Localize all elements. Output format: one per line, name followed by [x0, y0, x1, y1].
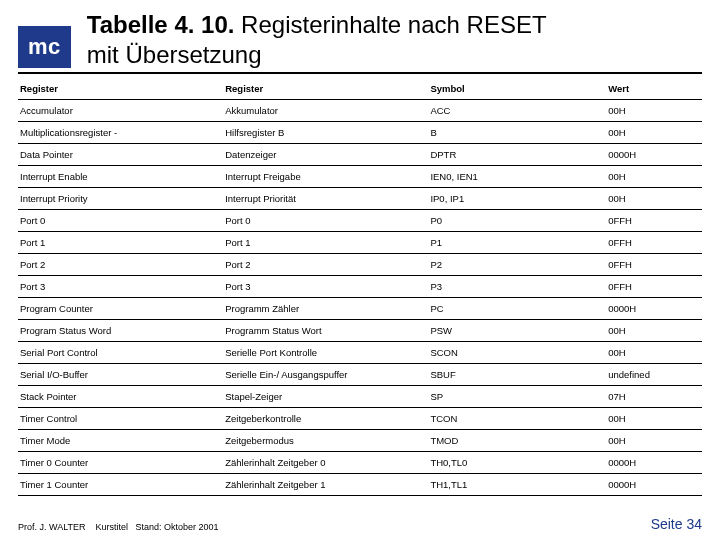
table-row: Program Status WordProgramm Status WortP…: [18, 320, 702, 342]
table-cell: Serial Port Control: [18, 342, 223, 364]
footer-left: Prof. J. WALTER Kurstitel Stand: Oktober…: [18, 522, 219, 532]
table-row: Interrupt EnableInterrupt FreigabeIEN0, …: [18, 166, 702, 188]
table-cell: Hilfsregister B: [223, 122, 428, 144]
table-cell: Port 3: [223, 276, 428, 298]
table-row: Timer ControlZeitgeberkontrolleTCON00H: [18, 408, 702, 430]
table-cell: Timer Mode: [18, 430, 223, 452]
table-row: Data PointerDatenzeigerDPTR0000H: [18, 144, 702, 166]
table-cell: Port 1: [223, 232, 428, 254]
table-cell: DPTR: [428, 144, 606, 166]
col-header-register-en: Register: [18, 78, 223, 100]
table-cell: 0FFH: [606, 254, 702, 276]
footer-date: Stand: Oktober 2001: [136, 522, 219, 532]
col-header-symbol: Symbol: [428, 78, 606, 100]
table-cell: 00H: [606, 100, 702, 122]
table-cell: 00H: [606, 320, 702, 342]
table-cell: Program Status Word: [18, 320, 223, 342]
table-cell: Programm Status Wort: [223, 320, 428, 342]
table-cell: 00H: [606, 166, 702, 188]
table-cell: Timer 1 Counter: [18, 474, 223, 496]
course-badge: mc: [18, 26, 71, 68]
col-header-wert: Wert: [606, 78, 702, 100]
table-cell: Port 3: [18, 276, 223, 298]
table-cell: undefined: [606, 364, 702, 386]
table-cell: 00H: [606, 122, 702, 144]
table-cell: Programm Zähler: [223, 298, 428, 320]
table-row: Port 3Port 3P30FFH: [18, 276, 702, 298]
table-cell: P2: [428, 254, 606, 276]
table-row: Multiplicationsregister -Hilfsregister B…: [18, 122, 702, 144]
table-row: Port 2Port 2P20FFH: [18, 254, 702, 276]
table-cell: 00H: [606, 430, 702, 452]
table-cell: TCON: [428, 408, 606, 430]
table-cell: P3: [428, 276, 606, 298]
table-cell: P0: [428, 210, 606, 232]
table-cell: 0000H: [606, 298, 702, 320]
table-cell: SBUF: [428, 364, 606, 386]
table-row: Program CounterProgramm ZählerPC0000H: [18, 298, 702, 320]
table-cell: 0000H: [606, 452, 702, 474]
table-cell: Akkumulator: [223, 100, 428, 122]
slide: mc Tabelle 4. 10. Registerinhalte nach R…: [0, 0, 720, 540]
table-row: Port 0Port 0P00FFH: [18, 210, 702, 232]
table-cell: Data Pointer: [18, 144, 223, 166]
table-cell: 00H: [606, 342, 702, 364]
table-cell: Zeitgebermodus: [223, 430, 428, 452]
table-cell: 00H: [606, 408, 702, 430]
table-row: Timer 0 CounterZählerinhalt Zeitgeber 0T…: [18, 452, 702, 474]
table-cell: Datenzeiger: [223, 144, 428, 166]
table-cell: Serielle Ein-/ Ausgangspuffer: [223, 364, 428, 386]
table-row: AccumulatorAkkumulatorACC00H: [18, 100, 702, 122]
table-row: Stack PointerStapel-ZeigerSP07H: [18, 386, 702, 408]
table-cell: Interrupt Freigabe: [223, 166, 428, 188]
table-row: Port 1Port 1P10FFH: [18, 232, 702, 254]
table-cell: IP0, IP1: [428, 188, 606, 210]
slide-header: mc Tabelle 4. 10. Registerinhalte nach R…: [18, 8, 702, 74]
table-cell: Interrupt Priority: [18, 188, 223, 210]
table-cell: Multiplicationsregister -: [18, 122, 223, 144]
table-cell: Serielle Port Kontrolle: [223, 342, 428, 364]
table-cell: Timer 0 Counter: [18, 452, 223, 474]
table-cell: IEN0, IEN1: [428, 166, 606, 188]
table-cell: 00H: [606, 188, 702, 210]
table-cell: 0000H: [606, 474, 702, 496]
table-body: AccumulatorAkkumulatorACC00HMultiplicati…: [18, 100, 702, 496]
table-cell: SP: [428, 386, 606, 408]
table-row: Timer ModeZeitgebermodusTMOD00H: [18, 430, 702, 452]
table-cell: Port 1: [18, 232, 223, 254]
table-cell: Stapel-Zeiger: [223, 386, 428, 408]
table-cell: Timer Control: [18, 408, 223, 430]
table-cell: 0FFH: [606, 232, 702, 254]
table-row: Interrupt PriorityInterrupt PrioritätIP0…: [18, 188, 702, 210]
table-cell: 0000H: [606, 144, 702, 166]
table-cell: Program Counter: [18, 298, 223, 320]
slide-footer: Prof. J. WALTER Kurstitel Stand: Oktober…: [18, 516, 702, 532]
table-cell: Port 0: [18, 210, 223, 232]
table-head: Register Register Symbol Wert: [18, 78, 702, 100]
footer-course: Kurstitel: [96, 522, 129, 532]
table-cell: Accumulator: [18, 100, 223, 122]
table-cell: ACC: [428, 100, 606, 122]
table-row: Timer 1 CounterZählerinhalt Zeitgeber 1T…: [18, 474, 702, 496]
table-cell: Stack Pointer: [18, 386, 223, 408]
footer-author: Prof. J. WALTER: [18, 522, 86, 532]
table-cell: 07H: [606, 386, 702, 408]
table-cell: Interrupt Priorität: [223, 188, 428, 210]
title-strong: Tabelle 4. 10.: [87, 11, 241, 38]
table-cell: Port 2: [223, 254, 428, 276]
table-cell: TMOD: [428, 430, 606, 452]
table-cell: TH0,TL0: [428, 452, 606, 474]
table-cell: Zeitgeberkontrolle: [223, 408, 428, 430]
table-cell: Zählerinhalt Zeitgeber 0: [223, 452, 428, 474]
table-cell: PC: [428, 298, 606, 320]
table-row: Serial Port ControlSerielle Port Kontrol…: [18, 342, 702, 364]
table-row: Serial I/O-BufferSerielle Ein-/ Ausgangs…: [18, 364, 702, 386]
table-cell: B: [428, 122, 606, 144]
table-cell: Interrupt Enable: [18, 166, 223, 188]
slide-title: Tabelle 4. 10. Registerinhalte nach RESE…: [87, 8, 547, 70]
table-cell: Zählerinhalt Zeitgeber 1: [223, 474, 428, 496]
table-cell: 0FFH: [606, 210, 702, 232]
table-cell: Port 2: [18, 254, 223, 276]
table-header-row: Register Register Symbol Wert: [18, 78, 702, 100]
col-header-register-de: Register: [223, 78, 428, 100]
